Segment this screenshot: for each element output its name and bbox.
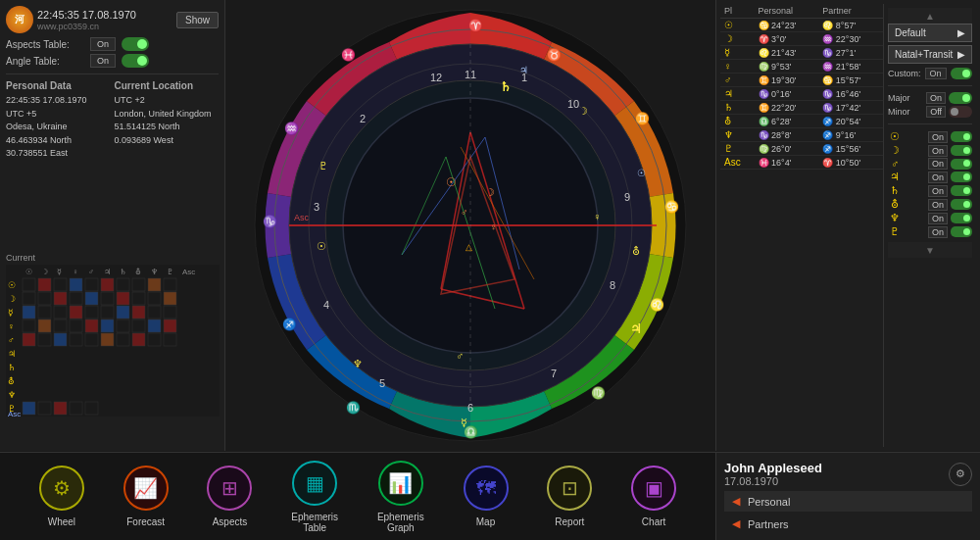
svg-rect-67 bbox=[85, 333, 98, 346]
angle-table-on-btn[interactable]: On bbox=[90, 54, 116, 68]
svg-rect-32 bbox=[164, 278, 176, 291]
partners-tab-label: Partners bbox=[748, 518, 789, 530]
svg-rect-48 bbox=[101, 306, 114, 319]
svg-text:♉: ♉ bbox=[547, 47, 562, 62]
planet-on-label[interactable]: On bbox=[928, 199, 948, 211]
app-date: 22:45:35 17.08.1970 bbox=[37, 9, 172, 21]
custom-on[interactable]: On bbox=[925, 68, 947, 79]
angle-table-toggle[interactable] bbox=[122, 54, 149, 68]
planet-sym: ☉ bbox=[888, 130, 902, 143]
planet-toggle[interactable] bbox=[951, 131, 972, 142]
svg-rect-24 bbox=[38, 278, 51, 291]
svg-rect-72 bbox=[164, 333, 176, 346]
planet-sym: ♆ bbox=[888, 212, 902, 224]
aspects-table-toggle[interactable] bbox=[122, 37, 149, 51]
aspects-table-label: Aspects Table: bbox=[6, 39, 84, 50]
aspects-table-on-btn[interactable]: On bbox=[90, 37, 116, 51]
profile-personal-tab[interactable]: ◀ Personal bbox=[724, 491, 972, 512]
watermark: www.pc0359.cn bbox=[37, 22, 172, 31]
nav-wheel[interactable]: ⚙Wheel bbox=[39, 466, 84, 527]
scroll-up[interactable]: ▲ bbox=[888, 8, 972, 24]
svg-text:♂: ♂ bbox=[88, 268, 94, 276]
profile-gear-icon[interactable]: ⚙ bbox=[949, 463, 972, 486]
svg-rect-41 bbox=[148, 292, 161, 305]
svg-rect-63 bbox=[23, 333, 35, 346]
svg-rect-53 bbox=[23, 319, 35, 332]
svg-rect-35 bbox=[54, 292, 67, 305]
aspects-current-label: Current bbox=[6, 253, 220, 263]
svg-rect-44 bbox=[38, 306, 51, 319]
svg-rect-75 bbox=[54, 402, 67, 415]
svg-text:5: 5 bbox=[379, 377, 385, 389]
svg-text:☿: ☿ bbox=[461, 417, 467, 428]
planet-on-label[interactable]: On bbox=[928, 213, 948, 224]
svg-text:☉: ☉ bbox=[637, 168, 646, 178]
svg-text:⛢: ⛢ bbox=[8, 376, 15, 386]
svg-text:♃: ♃ bbox=[8, 349, 16, 359]
planet-sym: ☽ bbox=[888, 144, 902, 157]
minor-off[interactable]: Off bbox=[926, 106, 946, 118]
planet-toggle[interactable] bbox=[951, 145, 972, 156]
svg-rect-62 bbox=[164, 319, 176, 332]
planet-on-label[interactable]: On bbox=[928, 185, 948, 197]
svg-text:☿: ☿ bbox=[57, 268, 62, 276]
planet-toggle[interactable] bbox=[951, 185, 972, 196]
major-label: Major bbox=[888, 93, 923, 103]
svg-rect-30 bbox=[132, 278, 145, 291]
nav-aspects[interactable]: ⊞Aspects bbox=[207, 466, 252, 527]
default-dropdown[interactable]: Default▶ bbox=[888, 24, 972, 42]
planet-toggle[interactable] bbox=[951, 226, 972, 237]
svg-text:☽: ☽ bbox=[485, 186, 495, 198]
planet-toggle[interactable] bbox=[951, 213, 972, 223]
controls-col: ▲ Default▶ Natal+Transit▶ Custom: On Maj… bbox=[883, 4, 976, 447]
planet-control-row: ♆ On bbox=[888, 212, 972, 224]
nav-report[interactable]: ⊡Report bbox=[547, 466, 592, 527]
nav-icon-3: ▦ bbox=[292, 461, 337, 506]
planet-control-row: ♄ On bbox=[888, 184, 972, 197]
svg-rect-25 bbox=[54, 278, 67, 291]
planet-toggle[interactable] bbox=[951, 172, 972, 182]
minor-toggle[interactable] bbox=[949, 106, 972, 118]
planet-on-label[interactable]: On bbox=[928, 158, 948, 170]
planet-list: Pl Personal Partner ☉ ♋ 24°23' ♌ 8°57' ☽… bbox=[720, 4, 883, 447]
planet-on-label[interactable]: On bbox=[928, 226, 948, 238]
nav-ephemeristable[interactable]: ▦Ephemeris Table bbox=[291, 461, 338, 533]
planet-on-label[interactable]: On bbox=[928, 145, 948, 157]
natal-transit-dropdown[interactable]: Natal+Transit▶ bbox=[888, 45, 972, 64]
planet-row: ⛢ ♎ 6°28' ♐ 20°54' bbox=[720, 115, 883, 128]
svg-rect-59 bbox=[117, 319, 129, 332]
personal-deg: ♎ 6°28' bbox=[755, 115, 819, 128]
nav-chart[interactable]: ▣Chart bbox=[631, 466, 676, 527]
profile-partners-tab[interactable]: ◀ Partners bbox=[724, 514, 972, 534]
svg-text:♈: ♈ bbox=[468, 18, 483, 32]
planet-on-label[interactable]: On bbox=[928, 131, 948, 143]
svg-rect-61 bbox=[148, 319, 161, 332]
svg-text:☽: ☽ bbox=[578, 105, 588, 117]
planet-symbol: ♇ bbox=[720, 142, 755, 156]
svg-text:♐: ♐ bbox=[282, 317, 297, 331]
svg-text:♃: ♃ bbox=[519, 65, 528, 75]
svg-rect-74 bbox=[38, 402, 51, 415]
nav-ephemerisgraph[interactable]: 📊Ephemeris Graph bbox=[377, 461, 424, 533]
svg-text:♑: ♑ bbox=[263, 214, 277, 228]
svg-rect-77 bbox=[85, 402, 98, 415]
planet-control-row: ☽ On bbox=[888, 144, 972, 157]
custom-label: Custom: bbox=[888, 69, 921, 78]
svg-rect-69 bbox=[117, 333, 129, 346]
svg-rect-52 bbox=[164, 306, 176, 319]
nav-label-4: Ephemeris Graph bbox=[377, 512, 424, 533]
custom-toggle[interactable] bbox=[951, 68, 972, 79]
planet-toggle[interactable] bbox=[951, 159, 972, 170]
major-on[interactable]: On bbox=[926, 92, 946, 104]
major-toggle[interactable] bbox=[949, 92, 972, 104]
current-location-info: UTC +2 London, United Kingdom 51.514125 … bbox=[115, 94, 220, 147]
show-button[interactable]: Show bbox=[176, 12, 219, 28]
nav-map[interactable]: 🗺Map bbox=[464, 466, 509, 527]
planet-toggle[interactable] bbox=[951, 199, 972, 210]
svg-text:♊: ♊ bbox=[635, 111, 650, 125]
planet-symbol: ♂ bbox=[720, 74, 755, 87]
scroll-down[interactable]: ▼ bbox=[888, 242, 972, 258]
nav-forecast[interactable]: 📈Forecast bbox=[123, 466, 169, 527]
svg-text:♃: ♃ bbox=[630, 321, 642, 336]
planet-on-label[interactable]: On bbox=[928, 172, 948, 183]
